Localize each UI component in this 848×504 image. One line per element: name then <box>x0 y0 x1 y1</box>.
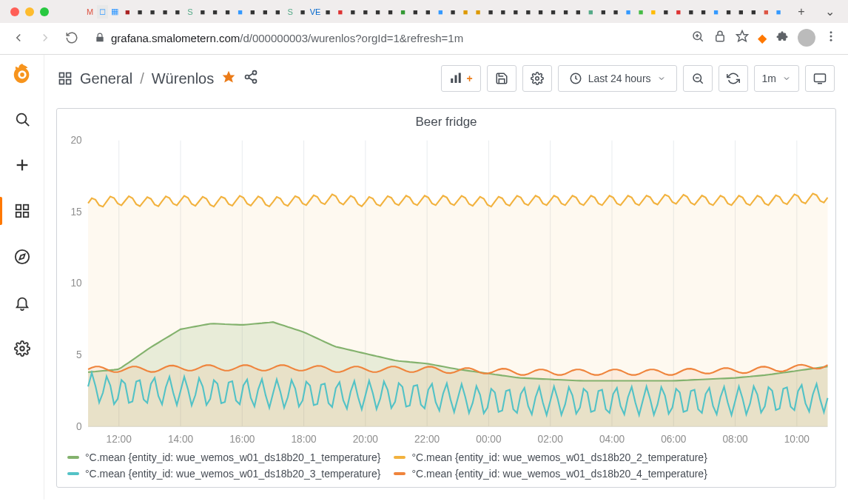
legend-item[interactable]: °C.mean {entity_id: wue_wemos_w01_ds18b2… <box>67 468 380 480</box>
nav-alerting-icon[interactable] <box>8 289 36 317</box>
tab-favicon[interactable]: VE <box>310 5 321 19</box>
page-title[interactable]: Würenlos <box>152 70 214 87</box>
zoom-out-button[interactable] <box>683 65 713 92</box>
tab-favicon[interactable]: ■ <box>548 5 559 19</box>
tab-overflow-button[interactable]: ⌄ <box>818 4 841 19</box>
tab-favicon[interactable]: ■ <box>773 5 784 19</box>
tab-favicon[interactable]: ■ <box>560 5 571 19</box>
tab-favicon[interactable]: ■ <box>573 5 584 19</box>
time-range-picker[interactable]: Last 24 hours <box>558 65 677 92</box>
new-tab-button[interactable]: + <box>790 5 812 19</box>
panel-beer-fridge[interactable]: Beer fridge 0510152012:0014:0016:0018:00… <box>56 108 836 488</box>
tab-favicon[interactable]: ■ <box>473 5 484 19</box>
tab-favicon[interactable]: S <box>184 5 195 19</box>
panel-title[interactable]: Beer fridge <box>57 109 835 132</box>
tab-favicon[interactable]: ■ <box>623 5 634 19</box>
minimize-window-icon[interactable] <box>25 7 34 16</box>
tab-favicon[interactable]: ■ <box>235 5 246 19</box>
favorite-star-icon[interactable] <box>221 70 236 88</box>
tab-favicon[interactable]: ■ <box>435 5 446 19</box>
tab-favicon[interactable]: ▦ <box>110 5 121 19</box>
dashboard-settings-button[interactable] <box>522 65 552 92</box>
tab-favicon[interactable]: ■ <box>698 5 709 19</box>
tab-favicon[interactable]: ■ <box>423 5 434 19</box>
tab-favicon[interactable]: ■ <box>460 5 471 19</box>
address-bar[interactable]: grafana.smalometern.com/d/000000003/wure… <box>90 32 681 44</box>
profile-avatar[interactable] <box>798 29 815 47</box>
refresh-button[interactable] <box>719 65 748 92</box>
tab-favicon[interactable]: ■ <box>636 5 647 19</box>
extension-icon[interactable]: ◆ <box>758 31 767 45</box>
back-button[interactable] <box>10 31 27 44</box>
tv-mode-button[interactable] <box>805 65 835 92</box>
tab-favicon[interactable]: ■ <box>685 5 696 19</box>
tab-favicon[interactable]: ■ <box>147 5 158 19</box>
tab-favicon[interactable]: S <box>285 5 296 19</box>
tab-favicon[interactable]: ■ <box>522 5 534 19</box>
tab-favicon[interactable]: ■ <box>160 5 171 19</box>
grafana-logo-icon[interactable] <box>11 62 33 87</box>
refresh-interval-picker[interactable]: 1m <box>754 65 799 92</box>
save-dashboard-button[interactable] <box>487 65 516 92</box>
tab-favicon[interactable]: ■ <box>535 5 546 19</box>
tab-favicon[interactable]: ■ <box>723 5 734 19</box>
legend-item[interactable]: °C.mean {entity_id: wue_wemos_w01_ds18b2… <box>67 451 380 463</box>
tab-favicon[interactable]: ■ <box>748 5 759 19</box>
tab-favicon[interactable]: M <box>84 5 95 19</box>
tab-favicon[interactable]: ■ <box>222 5 233 19</box>
tab-favicon[interactable]: ■ <box>585 5 596 19</box>
nav-dashboards-icon[interactable] <box>8 197 36 225</box>
legend-item[interactable]: °C.mean {entity_id: wue_wemos_w01_ds18b2… <box>394 468 707 480</box>
tab-favicon[interactable]: ◻ <box>97 5 108 19</box>
tab-favicon[interactable]: ■ <box>673 5 684 19</box>
tab-favicon[interactable]: ■ <box>385 5 396 19</box>
tab-favicon[interactable]: ■ <box>598 5 609 19</box>
nav-create-icon[interactable] <box>8 151 36 179</box>
tab-favicon[interactable]: ■ <box>209 5 221 19</box>
tab-favicon[interactable]: ■ <box>172 5 183 19</box>
tab-favicon[interactable]: ■ <box>397 5 408 19</box>
tab-favicon[interactable]: ■ <box>497 5 508 19</box>
tab-favicon[interactable]: ■ <box>660 5 671 19</box>
chart-area[interactable]: 0510152012:0014:0016:0018:0020:0022:0000… <box>57 132 835 447</box>
tab-favicon[interactable]: ■ <box>510 5 521 19</box>
share-dashboard-icon[interactable] <box>243 70 258 88</box>
dashboards-grid-icon[interactable] <box>58 71 73 86</box>
tab-favicon[interactable]: ■ <box>347 5 358 19</box>
close-window-icon[interactable] <box>10 7 19 16</box>
tab-favicon[interactable]: ■ <box>360 5 371 19</box>
tab-favicon[interactable]: ■ <box>485 5 497 19</box>
nav-search-icon[interactable] <box>8 105 36 133</box>
tab-favicon[interactable]: ■ <box>122 5 133 19</box>
tab-favicon[interactable]: ■ <box>197 5 208 19</box>
window-controls[interactable] <box>10 7 49 16</box>
tab-favicon[interactable]: ■ <box>372 5 383 19</box>
tab-favicon[interactable]: ■ <box>135 5 146 19</box>
tab-favicon[interactable]: ■ <box>260 5 271 19</box>
tab-favicon[interactable]: ■ <box>761 5 772 19</box>
tab-favicon[interactable]: ■ <box>448 5 459 19</box>
tab-strip[interactable]: M◻▦■■■■■S■■■■■■■S■VE■■■■■■■■■■■■■■■■■■■■… <box>84 5 784 19</box>
tab-favicon[interactable]: ■ <box>610 5 622 19</box>
maximize-window-icon[interactable] <box>40 7 49 16</box>
nav-explore-icon[interactable] <box>8 243 36 271</box>
tab-favicon[interactable]: ■ <box>736 5 747 19</box>
forward-button[interactable] <box>37 31 53 44</box>
tab-favicon[interactable]: ■ <box>647 5 659 19</box>
reload-button[interactable] <box>64 31 80 44</box>
add-panel-button[interactable]: + <box>441 65 481 92</box>
browser-menu-icon[interactable] <box>824 30 838 46</box>
share-browser-icon[interactable] <box>713 30 727 46</box>
zoom-icon[interactable] <box>691 30 704 46</box>
legend-item[interactable]: °C.mean {entity_id: wue_wemos_w01_ds18b2… <box>394 451 707 463</box>
tab-favicon[interactable]: ■ <box>272 5 283 19</box>
breadcrumb-root[interactable]: General <box>80 70 132 87</box>
tab-favicon[interactable]: ■ <box>323 5 334 19</box>
tab-favicon[interactable]: ■ <box>710 5 721 19</box>
extensions-menu-icon[interactable] <box>775 30 789 46</box>
nav-configuration-icon[interactable] <box>8 335 36 363</box>
bookmark-star-icon[interactable] <box>736 30 749 46</box>
tab-favicon[interactable]: ■ <box>297 5 309 19</box>
tab-favicon[interactable]: ■ <box>247 5 258 19</box>
time-series-chart[interactable]: 0510152012:0014:0016:0018:0020:0022:0000… <box>57 132 835 447</box>
